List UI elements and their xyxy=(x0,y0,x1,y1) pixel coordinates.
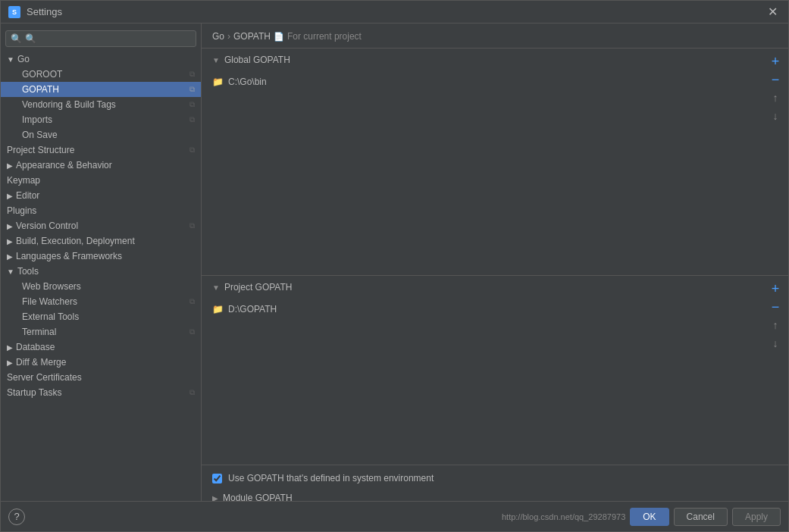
sidebar-item-startup-tasks[interactable]: Startup Tasks ⧉ xyxy=(1,385,201,400)
global-gopath-list: 📁 C:\Go\bin xyxy=(202,71,788,208)
global-gopath-buttons: + − ↑ ↓ xyxy=(767,53,784,124)
footer-url: http://blog.csdn.net/qq_29287973 xyxy=(502,512,625,521)
diff-arrow: ▶ xyxy=(7,358,13,367)
cancel-button[interactable]: Cancel xyxy=(674,508,728,526)
tools-arrow: ▼ xyxy=(7,268,14,276)
help-button[interactable]: ? xyxy=(8,509,25,525)
editor-arrow: ▶ xyxy=(7,192,13,200)
copy-icon: ⧉ xyxy=(189,146,195,155)
module-gopath-label: Module GOPATH xyxy=(223,493,293,501)
breadcrumb-gopath: GOPATH xyxy=(233,31,271,42)
sidebar-item-editor[interactable]: ▶Editor xyxy=(1,188,201,203)
search-box[interactable]: 🔍 xyxy=(5,30,196,47)
module-gopath-arrow: ▶ xyxy=(212,494,218,502)
build-arrow: ▶ xyxy=(7,237,13,246)
close-button[interactable]: ✕ xyxy=(765,3,781,20)
use-system-gopath-checkbox[interactable] xyxy=(212,474,222,483)
settings-window: S Settings ✕ 🔍 ▼Go GOROOT ⧉ GOPATH ⧉ xyxy=(0,0,789,532)
global-up-button[interactable]: ↑ xyxy=(767,89,784,106)
lang-arrow: ▶ xyxy=(7,252,13,261)
sidebar-item-terminal[interactable]: Terminal ⧉ xyxy=(1,324,201,340)
ok-button[interactable]: OK xyxy=(630,508,668,526)
sidebar-item-go[interactable]: ▼Go xyxy=(1,52,201,67)
sidebar-item-tools[interactable]: ▼Tools xyxy=(1,264,201,279)
footer: ? http://blog.csdn.net/qq_29287973 OK Ca… xyxy=(1,501,788,531)
global-remove-button[interactable]: − xyxy=(767,71,784,88)
bottom-options: Use GOPATH that's defined in system envi… xyxy=(202,465,788,501)
project-up-button[interactable]: ↑ xyxy=(767,317,784,333)
copy-icon: ⧉ xyxy=(189,115,195,124)
project-path-value: D:\GOPATH xyxy=(228,304,277,315)
sidebar-item-onsave[interactable]: On Save xyxy=(1,127,201,142)
folder-icon: 📁 xyxy=(212,77,224,87)
use-system-gopath-label: Use GOPATH that's defined in system envi… xyxy=(228,473,434,483)
main-panel: Go › GOPATH 📄 For current project ▼ Glob… xyxy=(202,23,788,501)
vc-arrow: ▶ xyxy=(7,222,13,230)
title-bar-left: S Settings xyxy=(8,6,62,18)
copy-icon: ⧉ xyxy=(189,327,195,336)
sidebar-item-server-certificates[interactable]: Server Certificates xyxy=(1,370,201,385)
global-gopath-arrow: ▼ xyxy=(212,56,220,64)
sidebar-item-build[interactable]: ▶Build, Execution, Deployment xyxy=(1,233,201,249)
global-gopath-section: ▼ Global GOPATH 📁 C:\Go\bin + − ↑ ↓ xyxy=(202,49,788,276)
app-icon: S xyxy=(8,6,20,18)
sidebar: 🔍 ▼Go GOROOT ⧉ GOPATH ⧉ Vendoring & Buil… xyxy=(1,23,202,501)
global-down-button[interactable]: ↓ xyxy=(767,108,784,124)
sidebar-item-languages[interactable]: ▶Languages & Frameworks xyxy=(1,249,201,264)
sidebar-item-imports[interactable]: Imports ⧉ xyxy=(1,112,201,127)
copy-icon: ⧉ xyxy=(189,388,195,397)
breadcrumb-separator: › xyxy=(227,31,230,42)
apply-button[interactable]: Apply xyxy=(732,508,781,526)
sidebar-item-version-control[interactable]: ▶Version Control ⧉ xyxy=(1,218,201,233)
copy-icon: ⧉ xyxy=(189,221,195,230)
copy-icon: ⧉ xyxy=(189,85,195,94)
sidebar-item-external-tools[interactable]: External Tools xyxy=(1,309,201,324)
copy-icon: ⧉ xyxy=(189,100,195,109)
breadcrumb-go: Go xyxy=(212,31,224,42)
sidebar-item-web-browsers[interactable]: Web Browsers xyxy=(1,279,201,294)
sidebar-item-plugins[interactable]: Plugins xyxy=(1,203,201,218)
sidebar-item-database[interactable]: ▶Database xyxy=(1,340,201,355)
project-gopath-arrow: ▼ xyxy=(212,283,220,292)
footer-left: ? xyxy=(8,509,25,525)
search-input[interactable] xyxy=(25,33,191,44)
project-gopath-header[interactable]: ▼ Project GOPATH xyxy=(202,276,788,299)
global-path-value: C:\Go\bin xyxy=(228,77,267,87)
footer-right: http://blog.csdn.net/qq_29287973 OK Canc… xyxy=(502,508,781,526)
copy-icon: ⧉ xyxy=(189,70,195,79)
sidebar-item-vendoring[interactable]: Vendoring & Build Tags ⧉ xyxy=(1,97,201,112)
main-content: 🔍 ▼Go GOROOT ⧉ GOPATH ⧉ Vendoring & Buil… xyxy=(1,23,788,501)
sidebar-item-keymap[interactable]: Keymap xyxy=(1,173,201,188)
sidebar-item-project-structure[interactable]: Project Structure ⧉ xyxy=(1,142,201,158)
project-remove-button[interactable]: − xyxy=(767,299,784,315)
global-path-item: 📁 C:\Go\bin xyxy=(202,74,788,89)
copy-icon: ⧉ xyxy=(189,297,195,306)
sidebar-item-gopath[interactable]: GOPATH ⧉ xyxy=(1,82,201,97)
go-arrow: ▼ xyxy=(7,55,14,64)
title-bar: S Settings ✕ xyxy=(1,1,788,23)
search-icon: 🔍 xyxy=(11,33,22,44)
folder-icon: 📁 xyxy=(212,304,224,315)
project-gopath-list: 📁 D:\GOPATH xyxy=(202,299,788,435)
window-title: Settings xyxy=(27,6,62,17)
project-add-button[interactable]: + xyxy=(767,280,784,297)
appearance-arrow: ▶ xyxy=(7,161,13,170)
breadcrumb-sub: For current project xyxy=(287,31,362,42)
sidebar-item-appearance[interactable]: ▶Appearance & Behavior xyxy=(1,158,201,173)
db-arrow: ▶ xyxy=(7,343,13,352)
project-path-item: 📁 D:\GOPATH xyxy=(202,302,788,317)
sidebar-item-diff-merge[interactable]: ▶Diff & Merge xyxy=(1,355,201,370)
sidebar-item-file-watchers[interactable]: File Watchers ⧉ xyxy=(1,294,201,309)
breadcrumb: Go › GOPATH 📄 For current project xyxy=(202,23,788,49)
use-system-gopath-row: Use GOPATH that's defined in system envi… xyxy=(212,473,778,483)
global-gopath-header[interactable]: ▼ Global GOPATH xyxy=(202,49,788,71)
breadcrumb-icon: 📄 xyxy=(274,32,284,42)
module-gopath-header[interactable]: ▶ Module GOPATH xyxy=(212,490,778,501)
project-down-button[interactable]: ↓ xyxy=(767,335,784,352)
global-add-button[interactable]: + xyxy=(767,53,784,70)
project-gopath-section: ▼ Project GOPATH 📁 D:\GOPATH + − ↑ ↓ xyxy=(202,276,788,465)
project-gopath-title: Project GOPATH xyxy=(224,282,293,293)
project-gopath-buttons: + − ↑ ↓ xyxy=(767,280,784,352)
panel-content: ▼ Global GOPATH 📁 C:\Go\bin + − ↑ ↓ xyxy=(202,49,788,501)
sidebar-item-goroot[interactable]: GOROOT ⧉ xyxy=(1,67,201,82)
